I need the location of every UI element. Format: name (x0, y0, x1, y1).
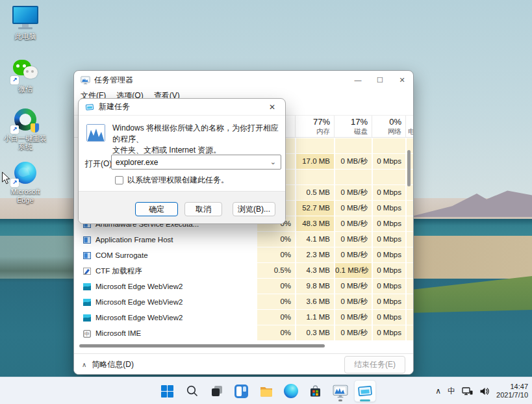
maximize-button[interactable]: ☐ (369, 71, 391, 89)
desktop-icon-label: Microsoft (0, 188, 51, 196)
mem-value-cell: 4.1 MB (295, 232, 334, 247)
task-manager-icon (333, 385, 348, 398)
browse-button[interactable]: 浏览(B)... (233, 202, 275, 216)
process-name: Microsoft Edge WebView2 (95, 298, 183, 306)
horizontal-scrollbar-thumb[interactable] (79, 344, 325, 347)
table-row[interactable]: Microsoft Edge WebView20%1.1 MB0 MB/秒0 M… (74, 310, 413, 325)
tray-clock[interactable]: 14:47 2021/7/10 (496, 383, 528, 399)
net-value-cell: 0 Mbps (372, 185, 405, 201)
table-row[interactable]: Application Frame Host0%4.1 MB0 MB/秒0 Mb… (74, 232, 413, 247)
webview-process-icon (83, 314, 91, 322)
widgets-icon (234, 385, 248, 398)
open-combobox[interactable]: explorer.exe ⌄ (111, 155, 281, 170)
desktop-icon-xiaobai[interactable]: ↗ 小白一键重装 系统 (0, 108, 51, 151)
microsoft-store-button[interactable] (305, 380, 327, 402)
disk-value-cell (334, 170, 372, 185)
disk-value-cell: 0 MB/秒 (334, 294, 372, 310)
table-row[interactable]: 中Microsoft IME0%0.3 MB0 MB/秒0 Mbps (74, 325, 413, 341)
webview-process-icon (83, 283, 91, 290)
table-row[interactable]: CTF 加载程序0.5%4.3 MB0.1 MB/秒0 Mbps (74, 263, 413, 279)
admin-checkbox[interactable] (115, 176, 123, 184)
network-icon[interactable] (462, 386, 473, 396)
ime-indicator[interactable]: 中 (448, 386, 455, 397)
svg-text:中: 中 (84, 331, 90, 337)
net-value-cell: 0 Mbps (372, 294, 405, 310)
desktop-icon-this-pc[interactable]: 此电脑 (0, 6, 51, 41)
cpu-value-cell: 0% (256, 325, 295, 341)
disk-value-cell: 0.1 MB/秒 (334, 263, 372, 279)
vertical-scrollbar[interactable] (407, 138, 411, 340)
mem-value-cell: 3.6 MB (295, 294, 334, 310)
disk-value-cell: 0 MB/秒 (334, 154, 372, 170)
disk-value-cell: 0 MB/秒 (334, 216, 372, 232)
close-button[interactable]: ✕ (391, 71, 413, 89)
open-combobox-value[interactable]: explorer.exe (112, 158, 270, 167)
start-button[interactable] (157, 380, 179, 402)
task-manager-app-icon (86, 124, 105, 142)
disk-value-cell: 0 MB/秒 (334, 310, 372, 325)
process-name-cell: Microsoft Edge WebView2 (74, 279, 256, 294)
dialog-titlebar[interactable]: 新建任务 ✕ (79, 99, 285, 116)
task-manager-taskbar-button[interactable] (329, 380, 351, 402)
edge-icon: ↗ (12, 161, 39, 186)
mem-value-cell: 9.8 MB (295, 279, 334, 294)
disk-value-cell: 0 MB/秒 (334, 247, 372, 263)
mem-value-cell: 0.3 MB (295, 325, 334, 341)
file-explorer-button[interactable] (255, 380, 277, 402)
process-name: CTF 加载程序 (95, 266, 142, 276)
cpu-value-cell: 0% (256, 232, 295, 247)
mem-value-cell: 48.3 MB (295, 216, 334, 232)
task-manager-titlebar[interactable]: 任务管理器 — ☐ ✕ (74, 71, 413, 89)
net-value-cell: 0 Mbps (372, 263, 405, 279)
net-value-cell: 0 Mbps (372, 310, 405, 325)
widgets-button[interactable] (231, 380, 253, 402)
admin-checkbox-label: 以系统管理权限创建此任务。 (127, 175, 229, 186)
start-icon (160, 385, 174, 398)
run-dialog-icon (357, 385, 373, 398)
task-view-button[interactable] (206, 380, 228, 402)
ok-button[interactable]: 确定 (135, 202, 178, 216)
chevron-up-icon: ∧ (82, 361, 86, 368)
end-task-button[interactable]: 结束任务(E) (344, 356, 405, 373)
minimize-button[interactable]: — (347, 71, 369, 89)
mem-value-cell (295, 170, 334, 185)
column-header-disk[interactable]: 17% 磁盘 (334, 116, 372, 138)
column-header-memory[interactable]: 77% 内存 (295, 116, 334, 138)
run-dialog-icon (85, 103, 94, 111)
dialog-close-icon[interactable]: ✕ (266, 103, 279, 112)
chevron-down-icon[interactable]: ⌄ (270, 158, 281, 166)
process-name: Microsoft Edge WebView2 (95, 314, 183, 322)
vertical-scrollbar-thumb[interactable] (407, 150, 411, 186)
edge-taskbar-button[interactable] (280, 380, 302, 402)
process-name-cell: COM Surrogate (74, 247, 256, 263)
desktop-icon-wechat[interactable]: ↗ 微信 (0, 58, 51, 94)
window-process-icon (83, 236, 91, 244)
tray-date: 2021/7/10 (496, 391, 528, 399)
column-header-network[interactable]: 0% 网络 (372, 116, 405, 138)
fewer-details-toggle[interactable]: ∧ 简略信息(D) (82, 359, 134, 370)
task-manager-footer: ∧ 简略信息(D) 结束任务(E) (74, 353, 413, 375)
process-name-cell: CTF 加载程序 (74, 263, 256, 279)
cancel-button[interactable]: 取消 (184, 202, 222, 216)
desktop-icon-label: 小白一键重装 (0, 134, 51, 143)
disk-value-cell: 0 MB/秒 (334, 201, 372, 216)
net-value-cell (372, 138, 405, 154)
process-name: COM Surrogate (95, 251, 148, 259)
desktop-icon-label: 此电脑 (0, 32, 51, 41)
open-label: 打开(O): (85, 158, 114, 170)
process-name-cell: Application Frame Host (74, 232, 256, 247)
tray-chevron-up-icon[interactable]: ∧ (435, 386, 441, 396)
net-value-cell: 0 Mbps (372, 216, 405, 232)
search-button[interactable] (181, 380, 203, 402)
new-task-dialog-taskbar-button[interactable] (354, 380, 376, 402)
volume-icon[interactable] (479, 386, 490, 396)
net-value-cell: 0 Mbps (372, 154, 405, 170)
admin-checkbox-row[interactable]: 以系统管理权限创建此任务。 (115, 175, 229, 186)
desktop-icon-label: 微信 (0, 85, 51, 94)
table-row[interactable]: Microsoft Edge WebView20%9.8 MB0 MB/秒0 M… (74, 279, 413, 294)
table-row[interactable]: Microsoft Edge WebView20%3.6 MB0 MB/秒0 M… (74, 294, 413, 310)
window-process-icon (83, 252, 91, 259)
column-header-power[interactable]: 电 (405, 116, 413, 138)
table-row[interactable]: COM Surrogate0%2.3 MB0 MB/秒0 Mbps (74, 247, 413, 263)
mem-value-cell: 52.7 MB (295, 201, 334, 216)
